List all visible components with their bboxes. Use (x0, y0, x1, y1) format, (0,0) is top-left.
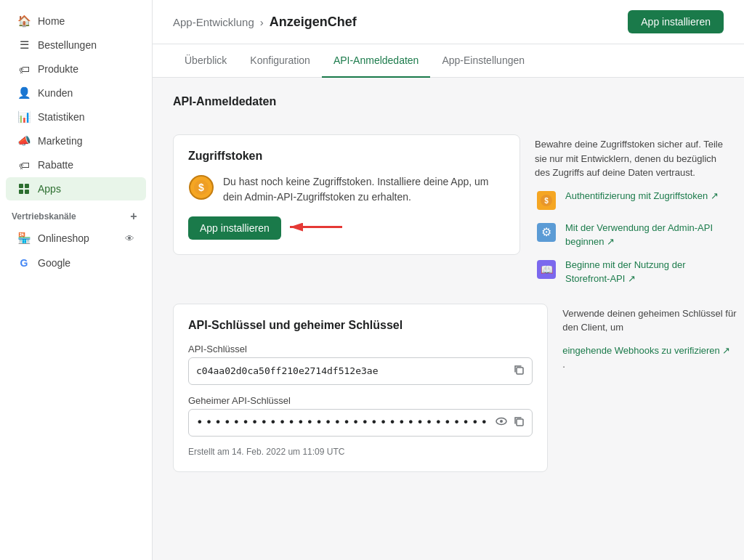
products-icon: 🏷 (17, 62, 31, 76)
copy-api-key-button[interactable] (513, 364, 525, 378)
sidebar-item-label: Rabatte (38, 159, 73, 171)
add-vertriebskanal-button[interactable]: + (127, 210, 140, 223)
install-app-button-header[interactable]: App installieren (628, 10, 724, 33)
sidebar-item-marketing[interactable]: 📣 Marketing (6, 129, 146, 153)
sidebar-item-produkte[interactable]: 🏷 Produkte (6, 57, 146, 81)
token-empty-state: $ Du hast noch keine Zugriffstoken. Inst… (188, 174, 505, 205)
api-keys-section: API-Schlüssel und geheimer Schlüssel API… (173, 304, 724, 472)
svg-rect-2 (19, 190, 23, 194)
tab-konfiguration[interactable]: Konfiguration (238, 44, 322, 78)
svg-rect-19 (517, 419, 523, 426)
page-header: App-Entwicklung › AnzeigenChef App insta… (153, 0, 744, 44)
sidebar-item-onlineshop[interactable]: 🏪 Onlineshop 👁 (6, 227, 146, 250)
reveal-secret-button[interactable] (496, 415, 507, 430)
orders-icon: ☰ (17, 38, 31, 52)
eye-icon[interactable]: 👁 (125, 233, 134, 244)
created-at: Erstellt am 14. Feb. 2022 um 11:09 UTC (188, 447, 533, 457)
sidebar-item-label: Marketing (38, 135, 82, 147)
sidebar-item-label: Statistiken (38, 111, 85, 123)
api-keys-side-info: Verwende deinen geheimen Schlüssel für d… (562, 304, 744, 375)
secret-key-field-group: Geheimer API-Schlüssel •••••••••••••••••… (188, 395, 533, 437)
zugriffstoken-side-info: Bewahre deine Zugriffstoken sicher auf. … (535, 134, 724, 289)
copy-secret-button[interactable] (513, 415, 525, 430)
svg-text:⚙: ⚙ (541, 226, 551, 238)
gear-icon: ⚙ (535, 221, 558, 244)
sidebar-item-apps[interactable]: Apps (6, 177, 146, 200)
svg-text:$: $ (544, 197, 549, 205)
shop-icon: 🏪 (17, 232, 31, 245)
svg-text:$: $ (198, 182, 204, 193)
sidebar-item-label: Produkte (38, 63, 78, 75)
webhooks-link[interactable]: eingehende Webhooks zu verifizieren ↗ (562, 344, 744, 358)
discounts-icon: 🏷 (17, 158, 31, 171)
main-content: App-Entwicklung › AnzeigenChef App insta… (153, 0, 744, 560)
google-icon: G (17, 256, 31, 269)
svg-text:📖: 📖 (541, 264, 554, 276)
install-button-container: App installieren (188, 216, 281, 240)
zugriffstoken-card: Zugriffstoken $ Du hast noch keine Zugri… (173, 134, 520, 255)
install-app-button-card[interactable]: App installieren (188, 216, 281, 240)
link-storefront-api[interactable]: 📖 Beginne mit der Nutzung der Storefront… (535, 258, 724, 286)
tab-app-einstellungen[interactable]: App-Einstellungen (430, 44, 536, 78)
api-keys-title: API-Schlüssel und geheimer Schlüssel (188, 319, 533, 332)
svg-rect-3 (25, 190, 29, 194)
sidebar-item-statistiken[interactable]: 📊 Statistiken (6, 105, 146, 129)
token-empty-message: Du hast noch keine Zugriffstoken. Instal… (223, 174, 505, 205)
breadcrumb: App-Entwicklung › AnzeigenChef (173, 15, 357, 30)
api-key-value: c04aa02d0ca50ff210e2714df512e3ae (196, 365, 507, 376)
sidebar-item-label: Bestellungen (38, 39, 97, 51)
link-storefront-api-text: Beginne mit der Nutzung der Storefront-A… (565, 258, 724, 286)
sidebar-item-rabatte[interactable]: 🏷 Rabatte (6, 153, 146, 176)
svg-rect-16 (517, 368, 523, 374)
coin-icon: $ (535, 189, 558, 212)
api-key-input: c04aa02d0ca50ff210e2714df512e3ae (188, 357, 533, 385)
sidebar-item-home[interactable]: 🏠 Home (6, 9, 146, 33)
sidebar: 🏠 Home ☰ Bestellungen 🏷 Produkte 👤 Kunde… (0, 0, 153, 560)
sidebar-item-label: Google (38, 257, 70, 269)
link-authentifizierung[interactable]: $ Authentifizierung mit Zugriffstoken ↗ (535, 189, 724, 212)
breadcrumb-current: AnzeigenChef (270, 15, 357, 30)
sidebar-item-google[interactable]: G Google (6, 251, 146, 275)
tab-uberblick[interactable]: Überblick (173, 44, 238, 78)
breadcrumb-parent[interactable]: App-Entwicklung (173, 16, 254, 28)
stats-icon: 📊 (17, 110, 31, 123)
api-key-field-group: API-Schlüssel c04aa02d0ca50ff210e2714df5… (188, 344, 533, 385)
arrow-annotation (286, 216, 344, 240)
apps-icon (17, 182, 31, 195)
link-admin-api-text: Mit der Verwendung der Admin-API beginne… (565, 221, 724, 249)
section-label: Vertriebskanäle (12, 211, 76, 222)
marketing-icon: 📣 (17, 134, 31, 147)
secret-key-label: Geheimer API-Schlüssel (188, 395, 533, 406)
zugriffstoken-side-text: Bewahre deine Zugriffstoken sicher auf. … (535, 137, 724, 180)
zugriffstoken-section: Zugriffstoken $ Du hast noch keine Zugri… (173, 134, 724, 289)
svg-rect-0 (19, 184, 23, 188)
svg-rect-1 (25, 184, 29, 188)
token-icon: $ (188, 174, 214, 200)
sidebar-item-label: Kunden (38, 87, 73, 99)
secret-key-input: •••••••••••••••••••••••••••••••• (188, 409, 533, 437)
sidebar-item-kunden[interactable]: 👤 Kunden (6, 81, 146, 105)
page-title: API-Anmeldedaten (173, 95, 724, 108)
sidebar-item-label: Apps (38, 183, 61, 195)
tab-api-anmeldedaten[interactable]: API-Anmeldedaten (322, 44, 431, 78)
tabs-bar: Überblick Konfiguration API-Anmeldedaten… (153, 44, 744, 78)
vertriebskanaele-header: Vertriebskanäle + (0, 201, 152, 226)
svg-point-18 (500, 420, 503, 423)
home-icon: 🏠 (17, 15, 31, 28)
sidebar-item-label: Onlineshop (38, 232, 89, 244)
api-key-label: API-Schlüssel (188, 344, 533, 354)
link-admin-api[interactable]: ⚙ Mit der Verwendung der Admin-API begin… (535, 221, 724, 249)
breadcrumb-separator: › (260, 16, 264, 28)
api-keys-side-text: Verwende deinen geheimen Schlüssel für d… (562, 307, 744, 372)
sidebar-item-bestellungen[interactable]: ☰ Bestellungen (6, 33, 146, 57)
customers-icon: 👤 (17, 86, 31, 100)
book-icon: 📖 (535, 258, 558, 281)
api-keys-card: API-Schlüssel und geheimer Schlüssel API… (173, 304, 548, 472)
secret-key-value: •••••••••••••••••••••••••••••••• (196, 415, 490, 429)
sidebar-item-label: Home (38, 15, 65, 27)
content-area: API-Anmeldedaten Zugriffstoken $ Du hast… (153, 78, 744, 490)
zugriffstoken-title: Zugriffstoken (188, 150, 505, 163)
link-authentifizierung-text: Authentifizierung mit Zugriffstoken ↗ (565, 189, 719, 203)
